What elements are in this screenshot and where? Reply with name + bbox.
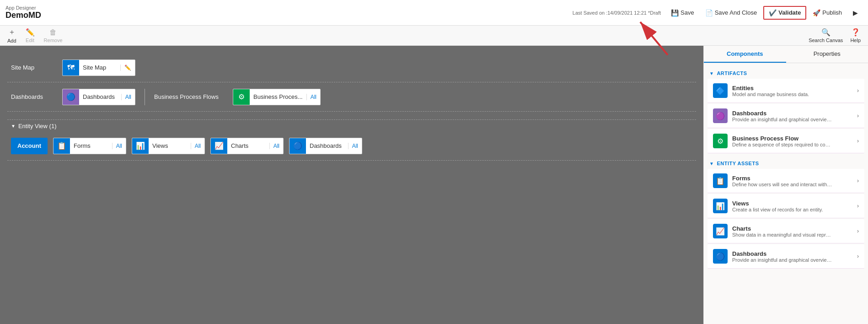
empty-row (7, 112, 696, 120)
dashboards-bpf-row: Dashboards 🔵 Dashboards All Business Pro… (7, 82, 696, 112)
entity-view-header: ▼ Entity View (1) (7, 120, 696, 131)
forms-item-label: Forms (70, 142, 112, 149)
publish-icon: 🚀 (813, 9, 820, 16)
save-close-icon: 📄 (705, 9, 713, 16)
canvas-bottom (7, 161, 696, 188)
asset-dashboards-text: Dashboards Provide an insightful and gra… (732, 250, 857, 263)
search-icon: 🔍 (821, 28, 830, 37)
account-button[interactable]: Account (11, 138, 48, 154)
artifact-dashboards-icon: 🟣 (713, 108, 728, 123)
sitemap-row: Site Map 🗺 Site Map ✏️ (7, 53, 696, 82)
save-icon: 💾 (671, 9, 679, 16)
asset-views-desc: Create a list view of records for an ent… (732, 207, 833, 212)
asset-forms[interactable]: 📋 Forms Define how users will see and in… (707, 169, 864, 193)
bpf-all-btn[interactable]: All (306, 94, 320, 100)
artifacts-label: ARTIFACTS (717, 70, 747, 76)
charts-component[interactable]: 📈 Charts All (210, 138, 284, 154)
charts-all-btn[interactable]: All (269, 143, 283, 149)
tab-properties[interactable]: Properties (786, 46, 868, 63)
save-button[interactable]: 💾 Save (666, 7, 699, 19)
asset-charts-title: Charts (732, 225, 857, 232)
entity-assets-chevron-icon: ▼ (709, 161, 714, 166)
asset-views-title: Views (732, 200, 857, 207)
bpf-icon: ⚙ (233, 89, 250, 105)
artifact-dashboards-chevron-icon: › (857, 113, 859, 119)
views-all-btn[interactable]: All (191, 143, 204, 149)
artifact-entities[interactable]: 🔷 Entities Model and manage business dat… (707, 79, 864, 103)
edit-action[interactable]: ✏️ Edit (26, 28, 35, 43)
views-icon: 📊 (132, 138, 149, 154)
views-item-label: Views (149, 142, 191, 149)
artifact-bpf[interactable]: ⚙ Business Process Flow Define a sequenc… (707, 129, 864, 153)
publish-button[interactable]: 🚀 Publish (808, 7, 847, 19)
toolbar-right: 🔍 Search Canvas ❓ Help (809, 28, 861, 43)
artifact-dashboards[interactable]: 🟣 Dashboards Provide an insightful and g… (707, 104, 864, 128)
play-icon: ▶ (853, 9, 858, 16)
panel-tabs: Components Properties (704, 46, 868, 63)
forms-component[interactable]: 📋 Forms All (53, 138, 126, 154)
artifacts-section-header: ▼ ARTIFACTS (704, 67, 868, 78)
sitemap-component[interactable]: 🗺 Site Map ✏️ (62, 59, 135, 76)
entity-assets-label: ENTITY ASSETS (717, 161, 759, 166)
artifact-bpf-icon: ⚙ (713, 134, 728, 148)
remove-icon: 🗑 (49, 28, 57, 37)
asset-views[interactable]: 📊 Views Create a list view of records fo… (707, 194, 864, 218)
save-and-close-button[interactable]: 📄 Save And Close (701, 7, 762, 19)
asset-charts-icon: 📈 (713, 224, 728, 238)
entities-title: Entities (732, 85, 857, 92)
asset-charts-chevron-icon: › (857, 228, 859, 234)
asset-charts-text: Charts Show data in a meaningful and vis… (732, 225, 857, 238)
asset-dashboards-title: Dashboards (732, 250, 857, 257)
dashboards-component[interactable]: 🔵 Dashboards All (62, 89, 135, 105)
artifact-dashboards-title: Dashboards (732, 110, 857, 117)
bpf-component[interactable]: ⚙ Business Proces... All (233, 89, 321, 105)
add-icon: ＋ (8, 27, 16, 37)
entity-dashboards-all-btn[interactable]: All (348, 143, 362, 149)
artifact-bpf-title: Business Process Flow (732, 135, 857, 142)
dashboards-icon: 🔵 (63, 89, 79, 105)
entities-text: Entities Model and manage business data. (732, 85, 857, 97)
panel-body: ▼ ARTIFACTS 🔷 Entities Model and manage … (704, 63, 868, 324)
forms-icon: 📋 (54, 138, 70, 154)
top-bar-actions: Last Saved on :14/09/2021 12:21 *Draft 💾… (573, 6, 863, 20)
help-button[interactable]: ❓ Help (850, 28, 861, 43)
views-component[interactable]: 📊 Views All (132, 138, 205, 154)
entity-dashboards-item-label: Dashboards (306, 142, 348, 149)
search-canvas-button[interactable]: 🔍 Search Canvas (809, 28, 843, 43)
sitemap-icon: 🗺 (63, 59, 79, 76)
asset-forms-desc: Define how users will see and interact w… (732, 182, 833, 187)
sitemap-edit-icon[interactable]: ✏️ (120, 65, 135, 71)
right-panel: Components Properties ▼ ARTIFACTS 🔷 Enti… (703, 46, 868, 324)
top-bar: App Designer DemoMD Last Saved on :14/09… (0, 0, 868, 26)
entity-dashboards-component[interactable]: 🔵 Dashboards All (289, 138, 362, 154)
asset-dashboards-chevron-icon: › (857, 253, 859, 259)
artifact-dashboards-text: Dashboards Provide an insightful and gra… (732, 110, 857, 122)
sitemap-label: Site Map (11, 64, 57, 71)
bpf-item-label: Business Proces... (250, 93, 306, 100)
remove-action[interactable]: 🗑 Remove (44, 28, 63, 43)
asset-forms-chevron-icon: › (857, 178, 859, 184)
forms-all-btn[interactable]: All (112, 143, 126, 149)
last-saved: Last Saved on :14/09/2021 12:21 *Draft (573, 10, 661, 16)
asset-charts[interactable]: 📈 Charts Show data in a meaningful and v… (707, 219, 864, 243)
dashboards-label: Dashboards (11, 93, 57, 100)
play-button[interactable]: ▶ (848, 7, 863, 19)
app-designer-label: App Designer (5, 5, 41, 11)
entity-dashboards-icon: 🔵 (289, 138, 306, 154)
entities-chevron-icon: › (857, 87, 859, 94)
help-icon: ❓ (851, 28, 860, 37)
charts-icon: 📈 (211, 138, 227, 154)
entity-chevron-icon: ▼ (11, 124, 16, 129)
add-action[interactable]: ＋ Add (7, 27, 16, 43)
dashboards-all-btn[interactable]: All (121, 94, 135, 100)
artifact-bpf-chevron-icon: › (857, 138, 859, 144)
asset-dashboards[interactable]: 🔵 Dashboards Provide an insightful and g… (707, 244, 864, 269)
bpf-label: Business Process Flows (154, 93, 227, 100)
tab-components[interactable]: Components (704, 46, 786, 63)
validate-icon: ✔️ (769, 9, 777, 16)
canvas: Site Map 🗺 Site Map ✏️ Dashboards 🔵 Dash… (0, 46, 703, 324)
validate-button[interactable]: ✔️ Validate (763, 6, 806, 20)
entity-view-label: Entity View (1) (18, 123, 57, 130)
sitemap-item-label: Site Map (79, 64, 120, 71)
toolbar: ＋ Add ✏️ Edit 🗑 Remove 🔍 Search Canvas ❓… (0, 26, 868, 46)
